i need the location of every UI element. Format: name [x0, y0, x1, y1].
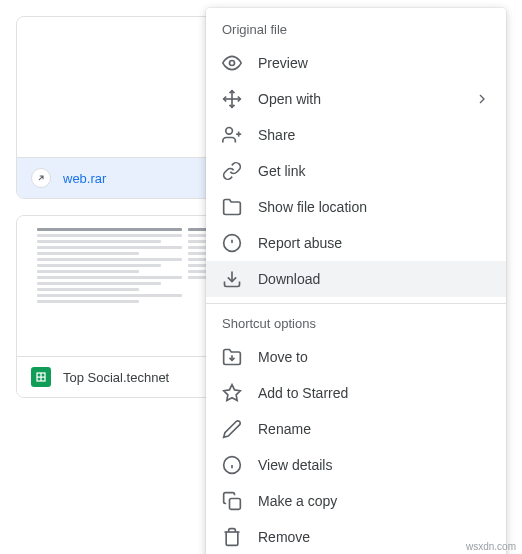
info-icon [222, 455, 242, 475]
menu-label: Rename [258, 421, 490, 437]
menu-item-preview[interactable]: Preview [206, 45, 506, 81]
link-icon [222, 161, 242, 181]
menu-item-share[interactable]: Share [206, 117, 506, 153]
menu-label: Download [258, 271, 490, 287]
file-name-label: web.rar [63, 171, 106, 186]
menu-label: Move to [258, 349, 490, 365]
chevron-right-icon [474, 91, 490, 107]
menu-divider [206, 303, 506, 304]
context-menu: Original file Preview Open with Share Ge… [206, 8, 506, 554]
folder-icon [222, 197, 242, 217]
menu-label: View details [258, 457, 490, 473]
menu-label: Open with [258, 91, 458, 107]
menu-label: Report abuse [258, 235, 490, 251]
menu-item-view-details[interactable]: View details [206, 447, 506, 483]
move-arrows-icon [222, 89, 242, 109]
copy-icon [222, 491, 242, 511]
svg-rect-18 [230, 499, 241, 510]
menu-item-add-starred[interactable]: Add to Starred [206, 375, 506, 411]
menu-label: Get link [258, 163, 490, 179]
file-name-label: Top Social.technet [63, 370, 169, 385]
svg-marker-14 [224, 385, 241, 401]
pencil-icon [222, 419, 242, 439]
eye-icon [222, 53, 242, 73]
menu-item-show-location[interactable]: Show file location [206, 189, 506, 225]
menu-item-rename[interactable]: Rename [206, 411, 506, 447]
download-icon [222, 269, 242, 289]
menu-label: Preview [258, 55, 490, 71]
menu-item-get-link[interactable]: Get link [206, 153, 506, 189]
sheets-icon [31, 367, 51, 387]
menu-item-make-copy[interactable]: Make a copy [206, 483, 506, 519]
folder-move-icon [222, 347, 242, 367]
menu-label: Add to Starred [258, 385, 490, 401]
menu-item-open-with[interactable]: Open with [206, 81, 506, 117]
credit-text: wsxdn.com [466, 541, 516, 552]
svg-point-6 [226, 128, 233, 135]
menu-section-header: Shortcut options [206, 310, 506, 339]
person-add-icon [222, 125, 242, 145]
menu-label: Make a copy [258, 493, 490, 509]
menu-section-header: Original file [206, 16, 506, 45]
menu-label: Share [258, 127, 490, 143]
svg-point-3 [230, 61, 235, 66]
alert-circle-icon [222, 233, 242, 253]
menu-item-report-abuse[interactable]: Report abuse [206, 225, 506, 261]
shortcut-icon [31, 168, 51, 188]
menu-item-remove[interactable]: Remove [206, 519, 506, 554]
menu-label: Remove [258, 529, 490, 545]
trash-icon [222, 527, 242, 547]
menu-item-download[interactable]: Download [206, 261, 506, 297]
menu-item-move-to[interactable]: Move to [206, 339, 506, 375]
star-icon [222, 383, 242, 403]
menu-label: Show file location [258, 199, 490, 215]
